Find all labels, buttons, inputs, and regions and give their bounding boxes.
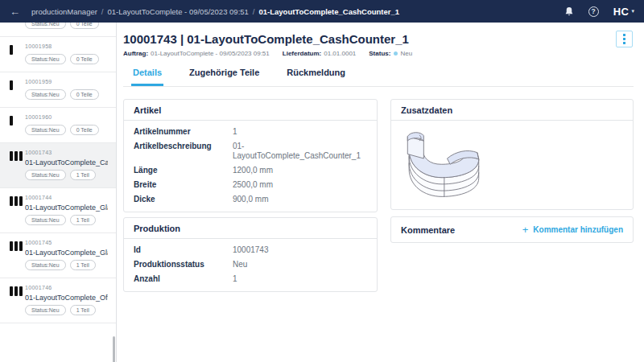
produktion-card-title: Produktion: [134, 224, 180, 233]
status-badge: Status:Neu: [25, 125, 66, 135]
breadcrumb: productionManager / 01-LayoutToComplete …: [31, 7, 399, 16]
parts-badge: 1 Teil: [70, 260, 96, 270]
list-item[interactable]: 10001958 Status:Neu 0 Teile: [0, 37, 116, 72]
status-badge: Status:Neu: [25, 170, 66, 180]
notifications-bell-icon[interactable]: [564, 6, 574, 17]
part-icon: [10, 80, 13, 90]
status-badge: Status:Neu: [25, 215, 66, 225]
artikel-card-title: Artikel: [134, 105, 161, 115]
list-item[interactable]: 10001746 01-LayoutToComplete_Offic... St…: [0, 278, 116, 323]
detail-row: Breite 2500,0 mm: [124, 178, 377, 192]
row-label: Id: [134, 245, 233, 255]
row-label: Breite: [134, 180, 233, 190]
breadcrumb-current-item: 01-LayoutToComplete_CashCounter_1: [259, 7, 400, 16]
row-value: 01-LayoutToComplete_CashCounter_1: [233, 142, 367, 161]
row-label: Anzahl: [134, 274, 233, 284]
order-meta: Auftrag:01-LayoutToComplete - 09/05/2023…: [123, 50, 634, 57]
item-id: 10001960: [25, 114, 108, 121]
row-value: Neu: [233, 260, 247, 269]
plus-icon: +: [522, 224, 529, 236]
breadcrumb-order[interactable]: 01-LayoutToComplete - 09/05/2023 09:51: [108, 7, 249, 16]
status-dot-icon: [394, 51, 398, 56]
page-title: 10001743 | 01-LayoutToComplete_CashCount…: [123, 32, 634, 46]
main-panel: 10001743 | 01-LayoutToComplete_CashCount…: [117, 23, 644, 362]
status-value: Neu: [400, 50, 412, 57]
add-comment-button[interactable]: + Kommentar hinzufügen: [522, 224, 623, 236]
article-list-sidebar: Status:Neu 0 Teile 10001958 Status:Neu 0…: [0, 23, 117, 362]
status-badge: Status:Neu: [25, 260, 66, 270]
parts-badge: 1 Teil: [70, 170, 96, 180]
breadcrumb-app[interactable]: productionManager: [31, 7, 97, 16]
list-item[interactable]: 10001745 01-LayoutToComplete_Glas... Sta…: [0, 233, 116, 278]
tab-details[interactable]: Details: [131, 65, 163, 86]
back-icon[interactable]: ←: [10, 6, 20, 18]
help-icon[interactable]: ?: [588, 6, 599, 17]
kebab-dot: [623, 42, 625, 44]
account-menu[interactable]: HC ▾: [613, 6, 634, 18]
part-icon: [10, 116, 13, 125]
artikel-card: Artikel Artikelnummer 1 Artikelbeschreib…: [123, 99, 378, 212]
parts-badge: 0 Teile: [70, 125, 99, 135]
breadcrumb-separator: /: [253, 7, 255, 16]
item-id: 10001959: [25, 79, 108, 86]
item-id: 10001743: [25, 150, 108, 157]
top-bar: ← productionManager / 01-LayoutToComplet…: [0, 0, 644, 23]
parts-badge: 1 Teil: [70, 305, 96, 315]
detail-row: Länge 1200,0 mm: [124, 163, 377, 178]
item-id: 10001745: [25, 240, 108, 247]
row-value: 1: [233, 274, 237, 284]
kommentare-card-title: Kommentare: [401, 225, 455, 235]
kebab-dot: [623, 38, 625, 40]
parts-badge: 0 Teile: [70, 23, 99, 29]
lieferdatum-value: 01.01.0001: [324, 50, 356, 57]
more-actions-button[interactable]: [616, 31, 633, 47]
detail-row: Artikelbeschreibung 01-LayoutToComplete_…: [124, 139, 377, 163]
row-value: 1200,0 mm: [233, 166, 273, 175]
item-id: 10001958: [25, 43, 108, 51]
detail-row: Produktionsstatus Neu: [124, 257, 377, 272]
row-label: Artikelbeschreibung: [134, 142, 233, 161]
list-item[interactable]: 10001959 Status:Neu 0 Teile: [0, 72, 116, 108]
row-label: Produktionsstatus: [134, 260, 233, 269]
assembly-icon: [10, 151, 23, 161]
parts-badge: 0 Teile: [70, 89, 99, 100]
detail-row: Id 10001743: [124, 243, 377, 257]
zusatzdaten-card: Zusatzdaten: [390, 99, 634, 210]
produktion-card: Produktion Id 10001743 Produktionsstatus…: [123, 217, 378, 292]
sidebar-scrollbar[interactable]: [113, 336, 115, 362]
list-item[interactable]: 10001744 01-LayoutToComplete_Glas... Sta…: [0, 188, 116, 233]
item-name: 01-LayoutToComplete_Glas...: [25, 204, 108, 212]
status-badge: Status:Neu: [25, 54, 66, 64]
breadcrumb-separator: /: [101, 7, 104, 16]
parts-badge: 1 Teil: [70, 215, 96, 225]
assembly-icon: [10, 286, 23, 296]
detail-row: Artikelnummer 1: [124, 125, 377, 139]
row-value: 10001743: [233, 245, 269, 255]
assembly-icon: [10, 196, 23, 206]
detail-row: Dicke 900,0 mm: [124, 192, 377, 207]
tab-bar: Details Zugehörige Teile Rückmeldung: [123, 65, 634, 87]
item-id: 10001744: [25, 195, 108, 202]
row-label: Artikelnummer: [134, 127, 233, 137]
parts-badge: 0 Teile: [70, 54, 99, 64]
auftrag-label: Auftrag:: [123, 50, 148, 57]
status-badge: Status:Neu: [25, 305, 66, 315]
row-value: 900,0 mm: [233, 195, 268, 204]
row-value: 2500,0 mm: [233, 180, 273, 190]
row-label: Dicke: [134, 195, 233, 204]
list-item-selected[interactable]: 10001743 01-LayoutToComplete_Cas... Stat…: [0, 143, 116, 188]
part-icon: [10, 45, 13, 55]
app-window: ← productionManager / 01-LayoutToComplet…: [0, 0, 644, 362]
assembly-icon: [10, 241, 23, 251]
cash-counter-drawing: [402, 125, 526, 208]
homag-logo: HC: [613, 6, 630, 18]
item-id: 10001746: [25, 285, 108, 292]
list-item[interactable]: Status:Neu 0 Teile: [0, 23, 116, 37]
row-value: 1: [233, 127, 237, 137]
status-badge: Status:Neu: [25, 23, 66, 29]
list-item[interactable]: 10001960 Status:Neu 0 Teile: [0, 108, 116, 143]
tab-rueckmeldung[interactable]: Rückmeldung: [285, 65, 347, 86]
detail-row: Anzahl 1: [124, 272, 377, 286]
kebab-dot: [623, 34, 625, 36]
tab-zugehoerige-teile[interactable]: Zugehörige Teile: [188, 65, 261, 86]
